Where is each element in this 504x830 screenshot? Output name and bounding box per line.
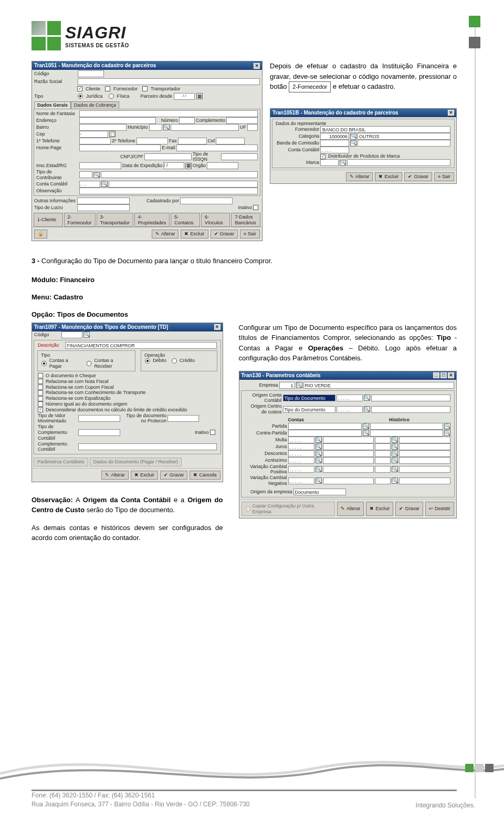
input-tipocontrib-desc[interactable] <box>101 171 258 178</box>
chk-distrib[interactable] <box>320 154 326 159</box>
chk-inativo[interactable] <box>253 205 258 210</box>
input-conta-desc-row-6[interactable] <box>323 466 374 473</box>
rad-juridica[interactable] <box>78 94 83 99</box>
input-conta-desc[interactable] <box>109 181 258 188</box>
search-icon9[interactable]: 🔍 <box>364 395 370 401</box>
close-icon3[interactable]: × <box>214 324 220 330</box>
input-hist-row-6[interactable] <box>375 466 391 473</box>
search-hist-icon-row-6[interactable]: 🔍 <box>392 466 398 472</box>
input-conta-desc-row-4[interactable] <box>323 450 374 457</box>
input-outras[interactable] <box>77 198 130 204</box>
input-tipovalor[interactable] <box>78 415 120 422</box>
input-tel2[interactable] <box>136 138 168 144</box>
input-tipocompl[interactable] <box>78 429 120 436</box>
input-hist-row-4[interactable] <box>375 450 391 457</box>
btn-alterar2[interactable]: ✎ Alterar <box>346 172 373 181</box>
input-origemdoc[interactable]: Documento <box>293 489 346 495</box>
input-hist-desc-row-4[interactable] <box>399 450 450 457</box>
search-hist-icon-row-3[interactable]: 🔍 <box>392 443 398 450</box>
calendar-icon[interactable]: ▦ <box>196 93 203 99</box>
chk-cliente[interactable] <box>77 86 82 91</box>
search-icon6[interactable]: 🔍 <box>340 160 346 166</box>
chk-transportador[interactable] <box>142 86 148 91</box>
input-categoria-desc[interactable]: OUTROS <box>358 133 450 140</box>
input-hist-row-3[interactable] <box>375 443 391 450</box>
input-codigo[interactable] <box>78 70 104 77</box>
chk-inativo2[interactable] <box>210 430 215 435</box>
close-icon2[interactable]: × <box>448 110 454 116</box>
input-endereco[interactable] <box>79 117 156 124</box>
input-empresa[interactable]: 1 <box>279 382 295 389</box>
btn-excluir[interactable]: ✖ Excluir <box>181 230 208 238</box>
chk-option-1[interactable] <box>38 379 43 384</box>
btn-param-contabeis[interactable]: Parâmetros Contábeis <box>34 458 88 466</box>
input-empresa-desc[interactable]: RIO VERDE <box>303 382 455 389</box>
search-icon-row-0[interactable]: 🔍 <box>363 423 369 429</box>
btn-alterar3[interactable]: ✎ Alterar <box>101 471 129 480</box>
btn-copy[interactable]: 📋 Copiar Configuração p/ Outra Empresa <box>242 502 335 516</box>
btn-fornecedor[interactable]: 2-Fornecedor <box>64 213 96 227</box>
input-origemconta[interactable]: Tipo do Documento <box>283 395 335 401</box>
input-municipio[interactable] <box>149 124 162 131</box>
input-date[interactable]: / / <box>174 93 195 100</box>
search-icon7[interactable]: 🔍 <box>83 331 90 338</box>
input-uf[interactable] <box>247 124 258 131</box>
btn-gravar2[interactable]: ✔ Gravar <box>404 172 432 181</box>
chk-fornecedor[interactable] <box>105 86 110 91</box>
input-banda-desc[interactable] <box>358 140 450 147</box>
lock-icon[interactable]: 🔒 <box>34 230 47 238</box>
input-issqn[interactable] <box>221 153 258 160</box>
input-conta-row-5[interactable]: . . . . . <box>288 457 314 464</box>
search-icon5[interactable]: 🔍 <box>350 140 356 147</box>
btn-excluir4[interactable]: ✖ Excluir <box>366 502 393 516</box>
input-origemconta-val[interactable]: . . . . . <box>337 395 363 401</box>
input-origemconta-d[interactable] <box>371 395 451 401</box>
input-tipocontrib[interactable] <box>79 171 92 178</box>
search-icon10[interactable]: 🔍 <box>364 406 370 412</box>
search-icon8[interactable]: 🔍 <box>296 382 302 388</box>
input-tipolucro[interactable] <box>77 204 130 211</box>
input-hist-row-0[interactable] <box>370 423 443 430</box>
chk-option-5[interactable] <box>38 401 43 407</box>
input-complemento[interactable] <box>226 117 258 124</box>
chk-option-4[interactable] <box>38 396 43 401</box>
input-hist-desc-row-3[interactable] <box>399 443 450 450</box>
chk-option-0[interactable] <box>38 373 43 378</box>
input-razao[interactable] <box>78 78 260 85</box>
search-icon-row-4[interactable]: 🔍 <box>316 450 322 456</box>
chk-option-6[interactable] <box>38 407 43 412</box>
input-conta-row-1[interactable] <box>288 430 362 437</box>
input-homepage[interactable] <box>79 144 161 151</box>
btn-alterar4[interactable]: ✎ Alterar <box>337 502 364 516</box>
search-icon-row-2[interactable]: 🔍 <box>316 437 322 443</box>
input-codigo2[interactable] <box>61 331 82 338</box>
rad-credito[interactable] <box>172 358 177 364</box>
input-banda[interactable] <box>320 140 349 147</box>
btn-transportador[interactable]: 3-Transportador <box>97 213 133 227</box>
cep-icon[interactable]: 📋 <box>109 131 116 137</box>
input-marca[interactable] <box>320 159 339 166</box>
input-hist-row-1[interactable] <box>370 430 443 437</box>
close-icon[interactable]: × <box>254 63 260 69</box>
input-conta-desc-row-3[interactable] <box>323 443 374 450</box>
input-cep[interactable]: - <box>79 131 108 138</box>
search-hist-icon-row-5[interactable]: 🔍 <box>392 457 398 463</box>
input-conta-row-3[interactable]: . . . . . <box>288 443 314 450</box>
btn-desistir4[interactable]: ↩ Desistir <box>425 502 454 516</box>
input-cnpj[interactable] <box>144 153 192 160</box>
input-tipodoc[interactable] <box>167 415 199 422</box>
input-cadastrado[interactable] <box>180 198 233 204</box>
input-hist-row-2[interactable] <box>375 437 391 443</box>
input-conta-row-4[interactable]: . . . . . <box>288 450 314 457</box>
btn-vinculos[interactable]: 6-Vínculos <box>201 213 230 227</box>
input-origemcentro[interactable]: Tipo do Documento <box>283 406 335 413</box>
input-hist-row-7[interactable] <box>375 478 391 484</box>
search-icon-row-7[interactable]: 🔍 <box>316 478 322 484</box>
search-icon[interactable]: 🔍 <box>163 124 170 130</box>
btn-gravar[interactable]: ✔ Gravar <box>211 230 238 238</box>
search-hist-icon-row-0[interactable]: 🔍 <box>444 423 450 429</box>
search-icon3[interactable]: 🔍 <box>101 181 108 187</box>
input-bairro[interactable] <box>79 124 127 131</box>
search-icon-row-6[interactable]: 🔍 <box>316 466 322 472</box>
btn-gravar4[interactable]: ✔ Gravar <box>395 502 423 516</box>
